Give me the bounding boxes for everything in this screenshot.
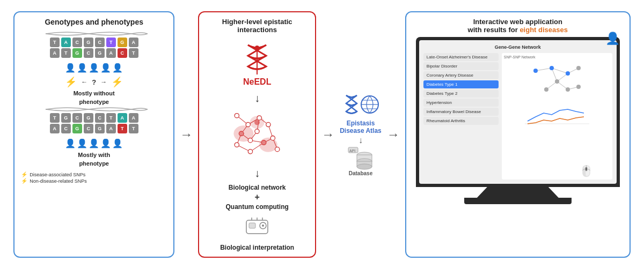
gene-network-chart	[504, 60, 610, 103]
eight-diseases-label: eight diseases	[519, 26, 568, 34]
arrow-left: ←	[81, 78, 87, 86]
screen-header: Gene-Gene Network	[423, 44, 612, 50]
dna-cell: T	[61, 48, 71, 58]
arrow-1: →	[180, 127, 193, 142]
dna-cell: G	[84, 38, 93, 47]
dna-helix-top	[40, 31, 148, 37]
dna-cell: A	[61, 38, 71, 47]
svg-point-31	[239, 131, 244, 136]
legend-nondisease-text: Non-disease-related SNPs	[30, 178, 87, 184]
epistasis-logo-area: Epistasis Disease Atlas	[340, 93, 382, 134]
legend-nondisease-snp: ⚡ Non-disease-related SNPs	[21, 178, 167, 184]
bio-section: Biological network + Quantum computing	[226, 184, 289, 211]
dna-cell: C	[72, 38, 82, 47]
dna-row-4: A C G C G A T T	[50, 124, 138, 133]
dna-cell: C	[72, 113, 82, 123]
panel-middle-title: Higher-level epistatic interactions	[222, 18, 292, 34]
lightning-icon: ⚡	[65, 76, 77, 88]
epistasis-db-section: Epistasis Disease Atlas ↓ API	[340, 93, 382, 176]
svg-point-22	[266, 122, 270, 126]
main-container: Genotypes and phenotypes T A C G C T G A…	[11, 6, 633, 263]
svg-point-30	[255, 129, 259, 133]
dna-cell: A	[50, 48, 60, 58]
dna-cell: C	[95, 38, 105, 47]
dna-cell: G	[61, 113, 71, 123]
line-chart	[504, 105, 610, 126]
arrow-3: →	[387, 127, 400, 142]
chart-title: SNP-SNP Network	[504, 55, 610, 59]
svg-point-29	[248, 150, 252, 154]
dna-row-1: T A C G C T G A	[50, 38, 138, 47]
person-icon: 👤	[112, 63, 123, 73]
legend-area: ⚡ Disease-associated SNPs ⚡ Non-disease-…	[21, 171, 167, 184]
chart-area: SNP-SNP Network	[502, 53, 612, 180]
dna-cell: G	[72, 124, 82, 133]
quantum-computer-icon	[244, 215, 270, 238]
monitor-container: 👤 Gene-Gene Network Late-Onset Alzheimer…	[416, 37, 620, 204]
svg-point-64	[555, 79, 559, 84]
dna-cell: G	[118, 38, 127, 47]
panel-epistatic: Higher-level epistatic interactions NeED…	[198, 11, 316, 258]
person-icon: 👤	[77, 63, 87, 73]
plus-sign: +	[226, 192, 289, 202]
svg-point-67	[576, 85, 581, 89]
panel-left-title: Genotypes and phenotypes	[45, 18, 143, 26]
lightning-disease-icon: ⚡	[21, 171, 27, 177]
monitor-screen: Gene-Gene Network Late-Onset Alzheimer's…	[419, 40, 617, 184]
epistasis-title: Epistasis Disease Atlas	[340, 119, 382, 134]
dna-cell: T	[118, 124, 127, 133]
person-icon: 👤	[89, 138, 99, 148]
dna-cell: T	[50, 38, 60, 47]
question-mark: ?	[92, 78, 96, 86]
database-label: Database	[349, 170, 372, 176]
dna-cell: T	[50, 113, 60, 123]
dna-cell: C	[84, 48, 93, 58]
disease-item-rheumatoid[interactable]: Rheumatoid Arthritis	[423, 117, 499, 125]
panel-genotypes: Genotypes and phenotypes T A C G C T G A…	[13, 11, 174, 258]
epistasis-logo-svg	[342, 93, 379, 119]
svg-line-52	[536, 68, 552, 71]
monitor-base	[464, 198, 572, 204]
svg-point-27	[275, 147, 280, 151]
quantum-label: Quantum computing	[226, 203, 289, 211]
person-icon: 👤	[77, 138, 87, 148]
arrow-down-3: ↓	[358, 136, 363, 145]
people-blue-row: 👤 👤 👤 👤 👤	[65, 63, 123, 73]
disease-item-ibd[interactable]: Inflammatory Bowel Disease	[423, 108, 499, 116]
disease-item-bipolar[interactable]: Bipolar Disorder	[423, 62, 499, 70]
dna-cell: A	[129, 113, 138, 123]
arrow-2: →	[321, 127, 334, 142]
svg-line-55	[552, 68, 557, 81]
label-no-phenotype2: phenotype	[79, 99, 109, 105]
disease-item-diabetes2[interactable]: Diabetes Type 2	[423, 89, 499, 98]
legend-disease-snp: ⚡ Disease-associated SNPs	[21, 171, 167, 177]
disease-list: Late-Onset Alzheimer's Disease Bipolar D…	[423, 53, 499, 180]
disease-item-coronary[interactable]: Coronary Artery Disease	[423, 71, 499, 79]
disease-item-diabetes1[interactable]: Diabetes Type 1	[423, 80, 499, 88]
arrow-right: →	[100, 78, 107, 86]
bio-interp-label: Biological interpretation	[220, 244, 294, 251]
dna-row-3: T G C G C T A A	[50, 113, 138, 123]
arrow-down-2: ↓	[254, 167, 260, 180]
quantum-svg	[244, 215, 270, 236]
svg-point-1	[255, 46, 259, 50]
lightning-icon: ⚡	[111, 76, 123, 88]
svg-point-65	[544, 87, 548, 92]
label-with-phenotype: Mostly with	[78, 152, 110, 158]
disease-item-hypertension[interactable]: Hypertension	[423, 99, 499, 107]
disease-item-alzheimers[interactable]: Late-Onset Alzheimer's Disease	[423, 53, 499, 61]
svg-point-19	[235, 114, 239, 118]
person-icon: 👤	[65, 138, 76, 148]
dna-cell: A	[129, 38, 138, 47]
bio-network-label: Biological network	[226, 184, 289, 191]
svg-point-28	[235, 143, 239, 147]
dna-top: T A C G C T G A A T G C G A C T	[21, 31, 167, 58]
dna-cell: T	[106, 38, 116, 47]
dna-cell: G	[72, 48, 82, 58]
dna-cell: A	[106, 124, 116, 133]
dna-cell: C	[118, 48, 127, 58]
svg-text:API: API	[349, 149, 355, 153]
svg-point-60	[533, 69, 538, 73]
dna-cell: T	[129, 124, 138, 133]
dna-helix-bottom-top	[40, 106, 148, 113]
